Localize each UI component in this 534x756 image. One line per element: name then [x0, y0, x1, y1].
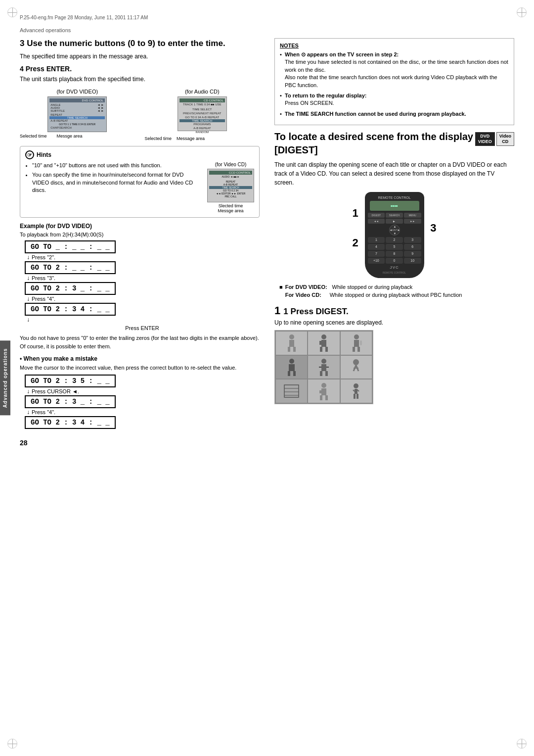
svg-rect-16 — [288, 371, 290, 376]
notes-title: NOTES — [280, 43, 509, 48]
page-number: 28 — [20, 439, 260, 447]
note-1: When ⊙ appears on the TV screen in step … — [280, 51, 509, 89]
goto-arrow-3: ↓ Press "4". — [27, 295, 260, 302]
remote-body: REMOTE CONTROL ■■■■ DIGEST SEARCH MENU ◄… — [365, 192, 424, 278]
svg-rect-21 — [325, 371, 328, 376]
note-3-bold: The TIME SEARCH function cannot be used … — [285, 111, 466, 117]
svg-line-39 — [353, 390, 355, 391]
selected-time-label-dvd: Selected time — [20, 134, 47, 139]
right-column: NOTES When ⊙ appears on the TV screen in… — [274, 38, 514, 447]
section-heading-area: To locate a desired scene from the displ… — [274, 130, 514, 156]
digest-grid-container — [274, 330, 514, 404]
goto-box-1-label: GO TO _ : _ _ : _ _ — [25, 240, 116, 253]
mistake-text: Move the cursor to the incorrect value, … — [20, 364, 260, 372]
note-2-bold: To return to the regular display: — [285, 93, 366, 98]
trailing-zeros-text: You do not have to press "0" to enter th… — [20, 334, 260, 350]
for-vcd-value: While stopped or during playback without… — [330, 291, 462, 299]
svg-rect-2 — [288, 347, 290, 352]
svg-rect-35 — [320, 395, 322, 400]
section-body: The unit can display the opening scene o… — [274, 160, 514, 187]
svg-point-24 — [353, 359, 359, 365]
digest-grid — [274, 330, 373, 404]
screens-row: (for DVD VIDEO) DVD CONTROL ANGLE◄ ► AUD… — [20, 89, 260, 141]
remote-logo: JVC — [368, 265, 421, 270]
mistake-goto-box-1: GO TO 2 : 3 5 : _ _ — [25, 375, 260, 387]
hints-icon: ☞ — [25, 150, 34, 159]
for-vcd-key: For Video CD: — [285, 291, 325, 299]
dvd-badge: DVDVIDEO — [475, 132, 495, 146]
svg-point-37 — [354, 383, 358, 388]
sidebar-tab: Advanced operations — [0, 341, 10, 416]
section-label: Advanced operations — [20, 27, 514, 33]
goto-arrow-1: ↓ Press "2". — [27, 254, 260, 261]
message-area-label-dvd: Messge area — [57, 134, 83, 139]
press-digest-heading: 1 1 Press DIGEST. — [274, 304, 514, 317]
hints-title: ☞ Hints — [25, 150, 254, 159]
digest-cell-3 — [341, 331, 372, 355]
digest-cell-7 — [276, 379, 307, 403]
mistake-goto-box-3-label: GO TO 2 : 3 4 : _ _ — [25, 416, 116, 429]
video-cd-message-area: Messge area — [207, 208, 254, 213]
mistake-heading: • When you make a mistake — [20, 355, 260, 362]
remote-label-2: 2 — [353, 236, 358, 249]
svg-rect-10 — [354, 340, 359, 347]
mistake-goto-sequence: GO TO 2 : 3 5 : _ _ ↓ Press CURSOR ◄. GO… — [25, 375, 260, 429]
dvd-screen-label: (for DVD VIDEO) — [20, 89, 135, 94]
svg-rect-17 — [293, 371, 296, 376]
mistake-goto-box-2: GO TO 2 : 3 _ : _ _ — [25, 395, 260, 408]
remote-label-1: 1 — [353, 207, 358, 220]
svg-rect-19 — [321, 364, 326, 371]
svg-rect-11 — [353, 347, 355, 352]
digest-cell-8 — [308, 379, 339, 403]
video-cd-screen: CCD CONTROL AUDIO ◄ ■■ ► REPEAT A-B REPE… — [207, 169, 254, 202]
hints-list: "10" and "+10" buttons are not used with… — [25, 162, 200, 194]
badge-area: DVDVIDEO VideoCD — [475, 132, 514, 146]
svg-point-4 — [321, 334, 326, 339]
notes-list: When ⊙ appears on the TV screen in step … — [280, 51, 509, 118]
svg-rect-7 — [320, 347, 322, 352]
goto-box-4-label: GO TO 2 : 3 4 : _ _ — [25, 303, 116, 316]
remote-top-buttons: DIGEST SEARCH MENU — [368, 213, 421, 218]
step4-body: The unit starts playback from the specif… — [20, 75, 260, 84]
slected-time-label: Slected time — [207, 203, 254, 208]
digest-cell-4 — [276, 356, 307, 379]
for-dvd-value: While stopped or during playback — [332, 283, 413, 291]
goto-arrow-4: ↓ — [27, 316, 260, 323]
left-column: 3 Use the numeric buttons (0 to 9) to en… — [20, 38, 260, 447]
section-heading: To locate a desired scene from the displ… — [274, 131, 473, 155]
note-1-bold: When ⊙ appears on the TV screen in step … — [285, 51, 399, 57]
audio-cd-screen-block: (for Audio CD) CD CONTROL TRACK 1 TIME 0… — [145, 89, 260, 141]
svg-rect-6 — [319, 341, 322, 345]
goto-box-3-label: GO TO 2 : 3 _ : _ _ — [25, 282, 116, 295]
goto-arrow-2: ↓ Press "3". — [27, 275, 260, 282]
svg-rect-15 — [289, 364, 295, 371]
mistake-goto-arrow-1: ↓ Press CURSOR ◄. — [27, 388, 260, 395]
press-digest-body: Up to nine opening scenes are displayed. — [274, 319, 514, 326]
step4-heading: 4 Press ENTER. — [20, 65, 260, 73]
mistake-goto-box-1-label: GO TO 2 : 3 5 : _ _ — [25, 375, 116, 387]
note-2: To return to the regular display: Press … — [280, 92, 509, 107]
for-labels: ■ For DVD VIDEO: While stopped or during… — [279, 283, 514, 299]
goto-box-3: GO TO 2 : 3 _ : _ _ — [25, 282, 260, 295]
goto-box-2-label: GO TO 2 : _ _ : _ _ — [25, 261, 116, 274]
svg-rect-34 — [319, 390, 322, 393]
file-info: P.25-40-eng.fm Page 28 Monday, June 11, … — [20, 15, 148, 20]
note-1-text: The time you have selected is not contai… — [285, 59, 508, 88]
hints-box: ☞ Hints "10" and "+10" buttons are not u… — [20, 146, 260, 218]
example-text: To playback from 2(H):34(M):00(S) — [20, 232, 260, 237]
mistake-goto-box-3: GO TO 2 : 3 4 : _ _ — [25, 416, 260, 429]
remote-number-pad: 1 2 3 4 5 6 7 8 9 +10 0 10 — [368, 237, 421, 264]
mistake-goto-arrow-2: ↓ Press "4". — [27, 409, 260, 416]
press-enter-label: Press ENTER — [25, 325, 260, 331]
svg-point-18 — [321, 359, 326, 364]
digest-cell-6 — [341, 356, 372, 379]
message-area-label-audio: Message area — [177, 136, 205, 141]
svg-line-40 — [357, 390, 359, 391]
digest-cell-9 — [341, 379, 372, 403]
remote-label-3: 3 — [430, 222, 436, 235]
svg-rect-13 — [360, 340, 362, 345]
digest-cell-2 — [308, 331, 339, 355]
svg-rect-3 — [293, 347, 296, 352]
svg-point-9 — [354, 334, 359, 339]
svg-point-32 — [321, 383, 326, 388]
